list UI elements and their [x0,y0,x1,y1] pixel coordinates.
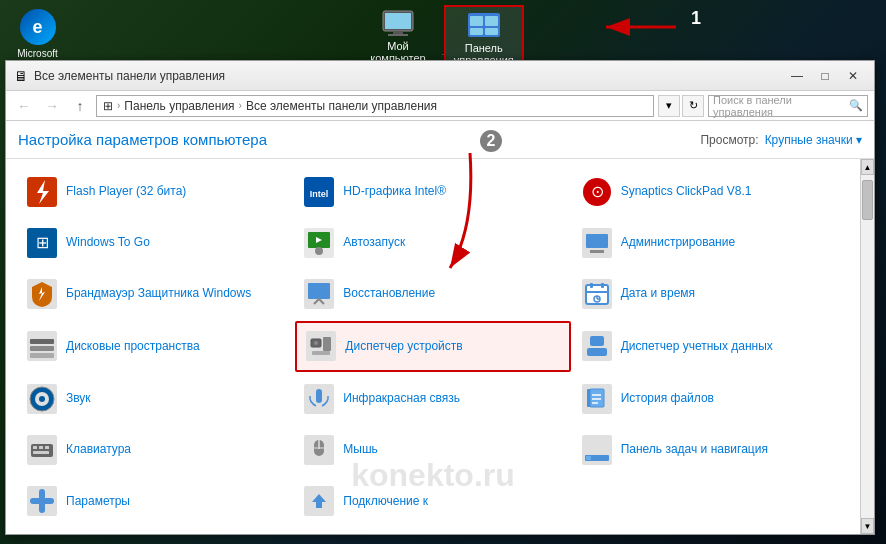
search-box[interactable]: Поиск в панели управления 🔍 [708,95,868,117]
annotation-1: 1 [691,8,701,29]
refresh-button[interactable]: ↻ [682,95,704,117]
item-label-keyboard: Клавиатура [66,442,131,458]
svg-rect-39 [30,346,54,351]
svg-rect-65 [39,446,43,449]
control-item-params[interactable]: Параметры [18,477,293,526]
svg-rect-58 [590,389,604,407]
content-title: Настройка параметров компьютера [18,131,267,148]
control-item-taskbar[interactable]: Панель задач и навигация [573,425,848,474]
path-part-2: Все элементы панели управления [246,99,437,113]
item-icon-synaptics: ⊙ [581,176,613,208]
close-button[interactable]: ✕ [840,65,866,87]
scroll-track[interactable] [861,175,874,518]
svg-rect-40 [30,353,54,358]
svg-rect-1 [385,13,411,29]
item-icon-hd-graphics: Intel [303,176,335,208]
svg-rect-2 [393,31,403,34]
my-computer-icon [380,9,416,37]
item-icon-windows-to-go: ⊞ [26,227,58,259]
item-icon-recovery [303,278,335,310]
control-item-windows-to-go[interactable]: ⊞ Windows To Go [18,218,293,267]
svg-point-53 [39,396,45,402]
item-label-admin: Администрирование [621,235,735,251]
address-bar: ← → ↑ ⊞ › Панель управления › Все элемен… [6,91,874,121]
control-item-admin[interactable]: Администрирование [573,218,848,267]
item-label-accounts: Диспетчер учетных данных [621,339,773,355]
view-option-link[interactable]: Крупные значки ▾ [765,133,862,147]
svg-rect-45 [323,337,331,351]
item-label-disk: Дисковые пространства [66,339,200,355]
svg-rect-48 [590,336,604,346]
svg-rect-25 [590,250,604,253]
svg-rect-49 [587,348,607,356]
control-item-disk[interactable]: Дисковые пространства [18,321,293,372]
svg-rect-74 [586,456,591,460]
item-label-recovery: Восстановление [343,286,435,302]
control-item-sound[interactable]: Звук [18,374,293,423]
svg-rect-31 [590,283,593,288]
svg-rect-6 [485,16,498,26]
scroll-up-button[interactable]: ▲ [861,159,874,175]
item-icon-infrared [303,383,335,415]
control-item-connect[interactable]: Подключение к [295,477,570,526]
path-separator-2: › [239,100,242,111]
path-separator-1: › [117,100,120,111]
control-item-devmanager[interactable]: Диспетчер устройств [295,321,570,372]
path-dropdown-button[interactable]: ▾ [658,95,680,117]
item-icon-autorun [303,227,335,259]
scrollbar[interactable]: ▲ ▼ [860,159,874,534]
control-item-mouse[interactable]: Мышь [295,425,570,474]
item-icon-mouse [303,434,335,466]
scroll-down-button[interactable]: ▼ [861,518,874,534]
forward-button[interactable]: → [40,94,64,118]
control-item-firewall[interactable]: Брандмауэр Защитника Windows [18,270,293,319]
item-label-infrared: Инфракрасная связь [343,391,460,407]
search-placeholder: Поиск в панели управления [713,94,845,118]
control-panel-window: 🖥 Все элементы панели управления — □ ✕ ←… [5,60,875,535]
item-icon-taskbar [581,434,613,466]
item-label-taskbar: Панель задач и навигация [621,442,768,458]
item-icon-connect [303,485,335,517]
item-icon-disk [26,330,58,362]
item-label-params: Параметры [66,494,130,510]
maximize-button[interactable]: □ [812,65,838,87]
svg-rect-7 [470,28,483,35]
view-options: Просмотр: Крупные значки ▾ [700,133,862,147]
svg-rect-32 [601,283,604,288]
item-label-windows-to-go: Windows To Go [66,235,150,251]
svg-rect-28 [308,283,330,299]
window-title: Все элементы панели управления [34,69,778,83]
item-icon-datetime [581,278,613,310]
control-item-datetime[interactable]: Дата и время [573,270,848,319]
path-icon: ⊞ [103,99,113,113]
back-button[interactable]: ← [12,94,36,118]
scroll-thumb[interactable] [862,180,873,220]
view-label: Просмотр: [700,133,758,147]
svg-rect-77 [30,498,54,504]
address-path[interactable]: ⊞ › Панель управления › Все элементы пан… [96,95,654,117]
svg-point-21 [315,247,323,255]
svg-rect-38 [30,339,54,344]
item-icon-flash [26,176,58,208]
svg-rect-64 [33,446,37,449]
item-label-flash: Flash Player (32 бита) [66,184,186,200]
control-item-filehistory[interactable]: История файлов [573,374,848,423]
svg-rect-33 [586,291,608,293]
item-label-datetime: Дата и время [621,286,695,302]
svg-rect-46 [312,351,330,355]
up-button[interactable]: ↑ [68,94,92,118]
item-label-connect: Подключение к [343,494,428,510]
control-item-keyboard[interactable]: Клавиатура [18,425,293,474]
item-icon-firewall [26,278,58,310]
window-controls: — □ ✕ [784,65,866,87]
control-item-synaptics[interactable]: ⊙ Synaptics ClickPad V8.1 [573,167,848,216]
view-arrow-icon: ▾ [856,133,862,147]
control-item-infrared[interactable]: Инфракрасная связь [295,374,570,423]
arrow-annotation-2 [420,148,500,282]
svg-rect-63 [31,444,53,457]
item-label-autorun: Автозапуск [343,235,405,251]
control-item-accounts[interactable]: Диспетчер учетных данных [573,321,848,372]
svg-point-44 [314,341,318,345]
control-item-flash[interactable]: Flash Player (32 бита) [18,167,293,216]
minimize-button[interactable]: — [784,65,810,87]
